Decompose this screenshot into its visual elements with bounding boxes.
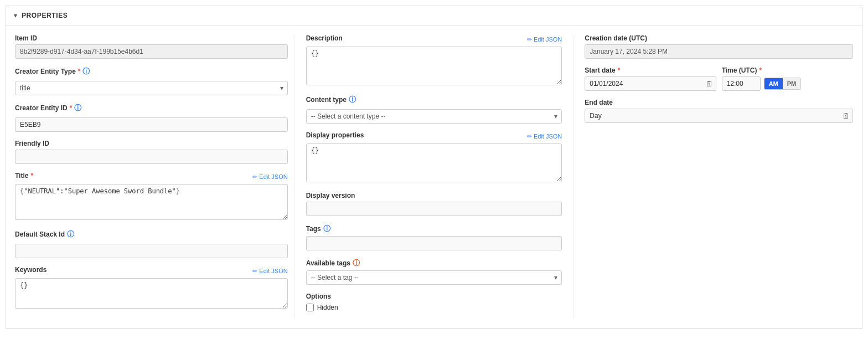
time-utc-field: Time (UTC) * AM PM <box>722 66 853 91</box>
hidden-checkbox-row: Hidden <box>306 304 562 311</box>
available-tags-field: Available tags ⓘ -- Select a tag -- <box>306 258 562 285</box>
required-star-5: * <box>759 66 762 74</box>
item-id-input <box>15 44 288 59</box>
keywords-edit-json-button[interactable]: ✏ Edit JSON <box>252 268 287 275</box>
title-label: Title * <box>15 172 33 180</box>
default-stack-id-field: Default Stack Id ⓘ <box>15 229 288 258</box>
keywords-field: Keywords ✏ Edit JSON {} <box>15 266 288 310</box>
start-date-field: Start date * 🗓 <box>585 66 716 91</box>
friendly-id-input[interactable] <box>15 150 288 164</box>
hidden-checkbox[interactable] <box>306 304 314 311</box>
keywords-label: Keywords <box>15 266 46 274</box>
required-star-3: * <box>30 172 33 180</box>
friendly-id-label: Friendly ID <box>15 140 288 147</box>
hidden-checkbox-label: Hidden <box>317 304 338 311</box>
description-textarea[interactable]: {} <box>306 47 562 85</box>
options-field: Options Hidden <box>306 293 562 311</box>
available-tags-info-icon[interactable]: ⓘ <box>353 258 360 268</box>
item-id-field: Item ID <box>15 34 288 59</box>
end-date-input[interactable] <box>585 109 853 123</box>
default-stack-id-label: Default Stack Id ⓘ <box>15 229 74 239</box>
friendly-id-field: Friendly ID <box>15 140 288 164</box>
creator-entity-id-field: Creator Entity ID * ⓘ <box>15 103 288 132</box>
creator-entity-id-input[interactable] <box>15 117 288 132</box>
am-pm-toggle: AM PM <box>764 78 802 90</box>
creation-date-input <box>585 44 853 59</box>
creator-entity-id-info-icon[interactable]: ⓘ <box>74 103 81 113</box>
required-star-4: * <box>618 66 621 74</box>
collapse-chevron-icon: ▾ <box>14 12 17 19</box>
am-button[interactable]: AM <box>764 78 783 89</box>
title-textarea[interactable]: {"NEUTRAL":"Super Awesome Sword Bundle"} <box>15 184 288 220</box>
properties-body: Item ID Creator Entity Type * ⓘ title us <box>6 25 862 328</box>
content-type-field: Content type ⓘ -- Select a content type … <box>306 95 562 124</box>
default-stack-id-info-icon[interactable]: ⓘ <box>67 229 74 239</box>
required-star: * <box>78 68 81 75</box>
display-properties-textarea[interactable]: {} <box>306 143 562 182</box>
display-properties-label: Display properties <box>306 131 364 139</box>
options-label: Options <box>306 293 562 300</box>
tags-input[interactable] <box>306 236 562 250</box>
start-date-time-row: Start date * 🗓 Time (UTC) * <box>585 66 853 99</box>
required-star-2: * <box>70 104 73 112</box>
pencil-icon-2: ✏ <box>252 268 257 275</box>
end-date-field: End date 🗓 <box>585 99 853 123</box>
start-date-calendar-icon[interactable]: 🗓 <box>706 80 713 88</box>
creator-entity-type-select[interactable]: title user team org <box>15 81 288 95</box>
title-field: Title * ✏ Edit JSON {"NEUTRAL":"Super Aw… <box>15 172 288 222</box>
time-row: AM PM <box>722 76 853 91</box>
creator-entity-type-field: Creator Entity Type * ⓘ title user team … <box>15 66 288 95</box>
content-type-select[interactable]: -- Select a content type -- <box>306 109 562 124</box>
column-2: Description ✏ Edit JSON {} Content type … <box>294 34 574 319</box>
description-label: Description <box>306 34 343 42</box>
tags-field: Tags ⓘ <box>306 224 562 250</box>
end-date-calendar-icon[interactable]: 🗓 <box>843 112 850 120</box>
description-field: Description ✏ Edit JSON {} <box>306 34 562 87</box>
end-date-label: End date <box>585 99 853 106</box>
pm-button[interactable]: PM <box>783 78 801 89</box>
display-version-field: Display version <box>306 192 562 216</box>
display-version-label: Display version <box>306 192 562 199</box>
creation-date-label: Creation date (UTC) <box>585 34 853 42</box>
tags-info-icon[interactable]: ⓘ <box>323 224 330 234</box>
creator-entity-type-select-wrapper: title user team org <box>15 81 288 95</box>
time-utc-label: Time (UTC) * <box>722 66 853 74</box>
column-1: Item ID Creator Entity Type * ⓘ title us <box>15 34 294 319</box>
available-tags-select[interactable]: -- Select a tag -- <box>306 270 562 285</box>
available-tags-select-wrapper: -- Select a tag -- <box>306 270 562 285</box>
end-date-input-wrapper: 🗓 <box>585 109 853 123</box>
start-date-label: Start date * <box>585 66 716 74</box>
time-input[interactable] <box>722 76 761 91</box>
start-date-input-wrapper: 🗓 <box>585 76 716 91</box>
title-edit-json-button[interactable]: ✏ Edit JSON <box>252 173 287 181</box>
creator-entity-type-info-icon[interactable]: ⓘ <box>82 66 90 76</box>
pencil-icon-3: ✏ <box>527 36 532 43</box>
display-properties-edit-json-button[interactable]: ✏ Edit JSON <box>527 133 562 140</box>
display-version-input[interactable] <box>306 202 562 216</box>
tags-label: Tags ⓘ <box>306 224 562 234</box>
content-type-label: Content type ⓘ <box>306 95 356 105</box>
keywords-textarea[interactable]: {} <box>15 278 288 309</box>
creation-date-field: Creation date (UTC) <box>585 34 853 59</box>
pencil-icon-4: ✏ <box>527 133 532 140</box>
creator-entity-id-label: Creator Entity ID * ⓘ <box>15 103 81 113</box>
section-title: PROPERTIES <box>22 12 68 19</box>
properties-section: ▾ PROPERTIES Item ID Creator Entity Type… <box>6 6 862 329</box>
content-type-info-icon[interactable]: ⓘ <box>349 95 356 105</box>
item-id-label: Item ID <box>15 34 288 42</box>
column-3: Creation date (UTC) Start date * 🗓 <box>574 34 853 319</box>
creator-entity-type-label: Creator Entity Type * ⓘ <box>15 66 90 76</box>
pencil-icon: ✏ <box>252 173 257 181</box>
properties-header[interactable]: ▾ PROPERTIES <box>6 6 862 25</box>
start-date-input[interactable] <box>585 76 716 91</box>
content-type-select-wrapper: -- Select a content type -- <box>306 109 562 124</box>
display-properties-field: Display properties ✏ Edit JSON {} <box>306 131 562 184</box>
description-edit-json-button[interactable]: ✏ Edit JSON <box>527 36 562 43</box>
default-stack-id-input[interactable] <box>15 244 288 258</box>
available-tags-label: Available tags ⓘ <box>306 258 562 268</box>
